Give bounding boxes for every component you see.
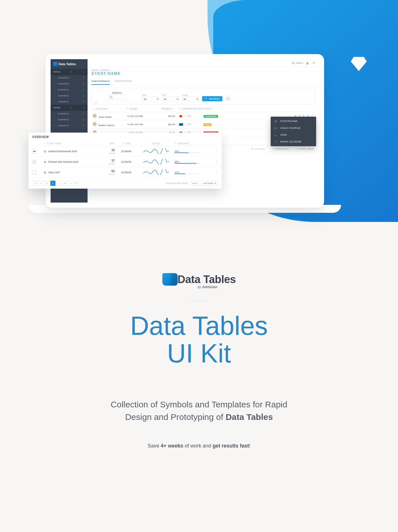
tabs: PARTICIPANTS DESCRIPTION xyxy=(88,78,319,85)
sort-icon[interactable]: ⇅ xyxy=(93,108,95,110)
divider xyxy=(189,300,209,301)
rpp-label: RESULTS PER PAGE xyxy=(166,182,188,184)
eye-off-icon: ◡ xyxy=(274,133,277,136)
logo-mark-icon xyxy=(53,62,57,66)
more-icon[interactable]: ⋮ xyxy=(215,160,218,163)
rpp-select[interactable]: 10▾ xyxy=(190,181,199,186)
menu-postphone[interactable]: ◷POSTPHONE xyxy=(271,118,316,125)
page-button[interactable]: ... xyxy=(56,181,61,186)
chevron-down-icon: ▾ xyxy=(83,71,85,73)
sort-icon[interactable]: ⇅ xyxy=(173,108,175,110)
star-icon: ☆ xyxy=(54,124,56,127)
star-icon: ☆ xyxy=(54,94,56,97)
chevron-down-icon: ▾ xyxy=(83,106,85,109)
page-button[interactable]: 1 xyxy=(44,181,49,186)
marketing-section: Data Tables by Adminian Data Tables UI K… xyxy=(0,273,398,449)
tab-description[interactable]: DESCRIPTION xyxy=(115,78,132,85)
menu-hold-charge[interactable]: ▭HOLD CHARGE xyxy=(271,125,316,131)
avatar xyxy=(93,114,97,118)
menu-hide[interactable]: ◡HIDE xyxy=(271,131,316,138)
brand-byline: by Adminian xyxy=(198,285,218,289)
overview-row[interactable]: ✓▦Chrome Dev Summit 20181712/201812:00AM… xyxy=(28,157,222,167)
sketch-diamond-icon xyxy=(351,57,367,71)
filter-search-input[interactable]: 🔍 xyxy=(108,95,125,99)
chevron-down-icon: ▾ xyxy=(215,182,216,184)
filter-sex-select[interactable]: All▾ xyxy=(162,97,179,101)
brand-lockup: Data Tables by Adminian xyxy=(0,273,398,289)
breadcrumb: HOME › EVENTS › xyxy=(88,67,319,71)
sparkline-icon xyxy=(143,148,169,154)
check-icon: ✓ xyxy=(274,140,277,143)
page-button[interactable]: « xyxy=(32,181,38,186)
mail-icon: ✉ xyxy=(273,148,275,150)
row-context-menu: ◷POSTPHONE ▭HOLD CHARGE ◡HIDE ✓MARK AS D… xyxy=(271,117,316,146)
overview-row[interactable]: ▦Amp Conf5112/201812:00AM42%⋮ xyxy=(28,167,222,178)
chevron-down-icon: ▾ xyxy=(197,98,198,100)
sparkline-icon xyxy=(143,169,169,175)
star-icon: ☆ xyxy=(54,88,56,91)
sort-icon[interactable]: ⇅ xyxy=(175,143,177,145)
global-search[interactable]: 🔍 Search xyxy=(292,62,303,64)
actions-select[interactable]: ACTIONS▾ xyxy=(202,181,218,186)
sidebar-submenu-item[interactable]: ☆SUBMENU2 xyxy=(51,81,88,87)
hero-save: Save 4+ weeks of work and get results fa… xyxy=(0,443,398,449)
print-icon: ⎙ xyxy=(297,148,299,150)
eraser-icon: ⌫ xyxy=(226,98,229,100)
hamburger-icon[interactable]: ☰ xyxy=(312,61,316,65)
sort-icon[interactable]: ⇅ xyxy=(122,143,124,145)
app-name: Data Tables xyxy=(59,62,76,66)
calendar-icon: ▦ xyxy=(44,171,46,174)
sort-icon[interactable]: ⇅ xyxy=(179,108,181,110)
search-icon: 🔍 xyxy=(110,96,113,98)
filter-level-select[interactable]: All▾ xyxy=(182,97,199,101)
more-icon[interactable]: ⋮ xyxy=(215,171,218,174)
star-icon: ☆ xyxy=(54,112,56,115)
sparkline-icon xyxy=(143,159,169,164)
avatar xyxy=(93,122,97,126)
visa-icon xyxy=(179,123,183,126)
checkbox[interactable]: ✓ xyxy=(32,160,36,164)
sidebar-submenu-item[interactable]: ☆SUBMENU2 xyxy=(51,123,88,129)
print-button[interactable]: ⎙PRINT TABLE xyxy=(297,148,314,150)
sidebar-submenu-item[interactable]: ☆SUBMENU2 xyxy=(51,117,88,123)
clear-filters-button[interactable]: ⌫ xyxy=(225,96,230,101)
sort-icon[interactable]: ⇅ xyxy=(44,143,46,145)
page-title: EVENT NAME xyxy=(88,71,319,78)
export-csv-button[interactable]: ⬇T TO CSV xyxy=(252,148,265,150)
search-icon: 🔍 xyxy=(292,62,295,64)
sort-icon[interactable]: ⇅ xyxy=(127,108,129,110)
checkbox[interactable] xyxy=(32,170,36,174)
page-button[interactable]: 2 xyxy=(50,181,55,186)
card-icon: ▭ xyxy=(274,127,277,129)
hero-title: Data Tables UI Kit xyxy=(0,312,398,367)
status-badge: WAIT xyxy=(204,123,212,126)
star-icon: ☆ xyxy=(54,100,56,103)
hero-lead: Collection of Symbols and Templates for … xyxy=(0,398,398,423)
page-button[interactable]: › xyxy=(68,181,73,186)
sidebar-submenu-item[interactable]: ☆SUBMENU2 xyxy=(51,99,88,105)
mc-icon xyxy=(179,115,183,117)
sidebar-submenu-item[interactable]: ☆SUBMENU2 xyxy=(51,87,88,93)
checkbox[interactable] xyxy=(32,149,36,153)
status-badge: CONFIRMED xyxy=(204,115,218,118)
brand-mark-icon xyxy=(162,273,175,286)
sidebar-submenu-item[interactable]: ☆SUBMENU2 xyxy=(51,93,88,99)
sidebar-submenu-item[interactable]: ☆SUBMENU2 xyxy=(51,111,88,117)
page-button[interactable]: » xyxy=(74,181,79,186)
sidebar-menu-header[interactable]: MENU 2 ▾ xyxy=(51,105,88,111)
menu-mark-done[interactable]: ✓MARK AS DONE xyxy=(271,138,316,145)
page-button[interactable]: 4 xyxy=(62,181,67,186)
bell-icon[interactable]: 🔔 xyxy=(305,61,309,65)
tab-participants[interactable]: PARTICIPANTS xyxy=(92,78,110,85)
send-email-button[interactable]: ✉SEND EMAIL xyxy=(273,148,289,150)
overview-row[interactable]: ▦Android DevSummit 20181212/201812:00AM5… xyxy=(28,146,222,157)
search-button[interactable]: 🔍SEARCH xyxy=(202,96,222,101)
page-button[interactable]: ‹ xyxy=(38,181,43,186)
brand-name: Data Tables xyxy=(178,273,236,286)
filter-age-select[interactable]: All▾ xyxy=(142,97,159,101)
sidebar-menu-header[interactable]: MENU 2 ▾ xyxy=(51,69,88,75)
chevron-down-icon: ▾ xyxy=(177,98,178,100)
clock-icon: ◷ xyxy=(274,120,277,123)
more-icon[interactable]: ⋮ xyxy=(215,150,218,153)
sidebar-submenu-item[interactable]: ☆SUBMENU2 xyxy=(51,75,88,81)
